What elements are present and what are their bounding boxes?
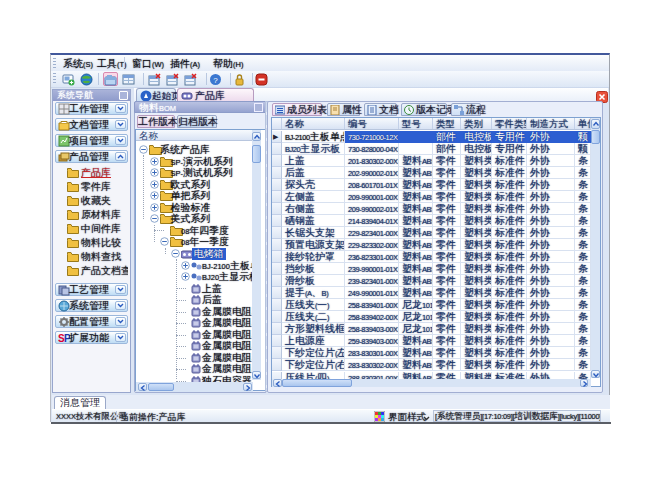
svg-text:?: ? [213,76,218,85]
